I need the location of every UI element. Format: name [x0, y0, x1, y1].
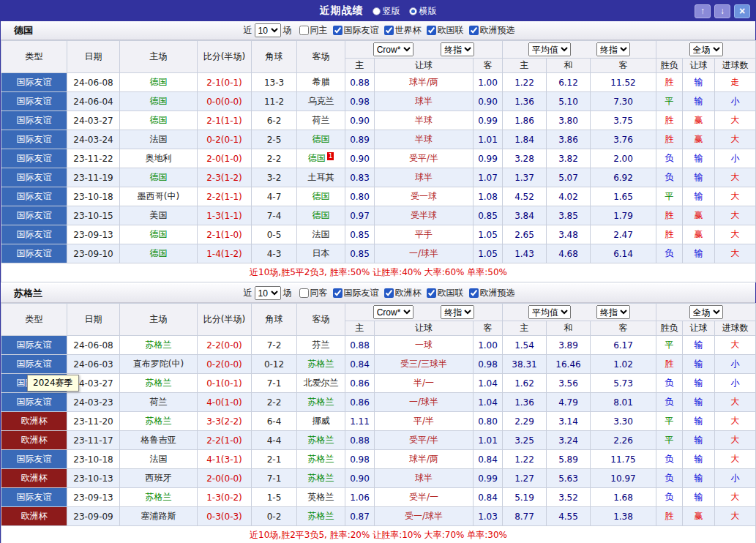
- away-team[interactable]: 德国: [297, 130, 345, 149]
- home-team[interactable]: 格鲁吉亚: [120, 431, 198, 450]
- away-team[interactable]: 德国: [297, 206, 345, 225]
- home-team[interactable]: 苏格兰: [120, 412, 198, 431]
- score[interactable]: 2-0(1-0): [198, 149, 252, 168]
- home-team[interactable]: 德国: [120, 111, 198, 130]
- layout-radio-horizontal[interactable]: 横版: [409, 5, 437, 18]
- match-count-select[interactable]: 10: [255, 286, 281, 300]
- away-team[interactable]: 德国: [297, 187, 345, 206]
- avg-home-odds: 38.31: [503, 355, 547, 374]
- home-team[interactable]: 塞浦路斯: [120, 507, 198, 526]
- score[interactable]: 0-2(0-0): [198, 355, 252, 374]
- away-team[interactable]: 苏格兰: [297, 393, 345, 412]
- same-venue-filter[interactable]: 同主: [299, 24, 328, 37]
- home-team[interactable]: 法国: [120, 450, 198, 469]
- score[interactable]: 2-1(0-1): [198, 73, 252, 92]
- home-team[interactable]: 德国: [120, 92, 198, 111]
- score[interactable]: 2-2(0-0): [198, 336, 252, 355]
- match-count-select[interactable]: 10: [255, 23, 281, 37]
- home-team[interactable]: 西班牙: [120, 469, 198, 488]
- same-venue-filter[interactable]: 同客: [299, 287, 328, 299]
- filter-euroqualifier-checkbox[interactable]: [469, 288, 479, 298]
- away-team[interactable]: 苏格兰: [297, 507, 345, 526]
- scope-select[interactable]: 全场: [689, 42, 723, 56]
- move-down-icon[interactable]: ↓: [714, 4, 730, 18]
- home-team[interactable]: 德国: [120, 244, 198, 263]
- away-team[interactable]: 法国: [297, 225, 345, 244]
- away-team[interactable]: 英格兰: [297, 488, 345, 507]
- score[interactable]: 0-0(0-0): [198, 92, 252, 111]
- filter-nationsleague-checkbox[interactable]: [427, 26, 436, 35]
- odds-final-select[interactable]: 终指: [441, 42, 474, 56]
- home-team[interactable]: 荷兰: [120, 393, 198, 412]
- home-team[interactable]: 苏格兰: [120, 374, 198, 393]
- away-team[interactable]: 苏格兰: [297, 355, 345, 374]
- filter-friendly-checkbox[interactable]: [333, 288, 343, 298]
- score[interactable]: 4-0(1-0): [198, 393, 252, 412]
- same-venue-checkbox[interactable]: [299, 288, 309, 298]
- odds-company-select[interactable]: Crow*: [373, 305, 413, 319]
- odds-final-select[interactable]: 终指: [441, 305, 474, 319]
- radio-icon-vertical[interactable]: [373, 7, 381, 15]
- filter-euroqualifier-checkbox[interactable]: [469, 26, 479, 35]
- away-team[interactable]: 北爱尔兰: [297, 374, 345, 393]
- filter-euroqualifier[interactable]: 欧洲预选: [469, 287, 515, 299]
- average-select[interactable]: 平均值: [528, 305, 571, 319]
- odds-company-select[interactable]: Crow*: [373, 42, 413, 56]
- home-team[interactable]: 德国: [120, 168, 198, 187]
- filter-nationsleague[interactable]: 欧国联: [427, 24, 464, 37]
- away-team[interactable]: 苏格兰: [297, 431, 345, 450]
- home-team[interactable]: 苏格兰: [120, 336, 198, 355]
- filter-eurocup[interactable]: 欧洲杯: [384, 287, 422, 299]
- filter-worldcup-checkbox[interactable]: [384, 26, 394, 35]
- home-team[interactable]: 德国: [120, 225, 198, 244]
- close-icon[interactable]: ×: [734, 4, 750, 18]
- score[interactable]: 2-2(1-1): [198, 187, 252, 206]
- radio-icon-horizontal[interactable]: [409, 7, 417, 15]
- home-team[interactable]: 苏格兰: [120, 488, 198, 507]
- away-team[interactable]: 挪威: [297, 412, 345, 431]
- score[interactable]: 1-3(0-2): [198, 488, 252, 507]
- filter-nationsleague[interactable]: 欧国联: [427, 287, 464, 299]
- home-team[interactable]: 美国: [120, 206, 198, 225]
- score[interactable]: 2-2(1-0): [198, 431, 252, 450]
- score[interactable]: 0-3(0-3): [198, 507, 252, 526]
- same-venue-checkbox[interactable]: [299, 26, 309, 35]
- home-team[interactable]: 德国: [120, 73, 198, 92]
- home-team[interactable]: 法国: [120, 130, 198, 149]
- away-team[interactable]: 荷兰: [297, 111, 345, 130]
- filter-eurocup-checkbox[interactable]: [384, 288, 394, 298]
- score[interactable]: 1-4(1-2): [198, 244, 252, 263]
- score[interactable]: 2-3(1-2): [198, 168, 252, 187]
- away-team[interactable]: 乌克兰: [297, 92, 345, 111]
- average-final-select[interactable]: 终指: [596, 42, 630, 56]
- score[interactable]: 2-1(1-1): [198, 111, 252, 130]
- score[interactable]: 4-1(3-1): [198, 450, 252, 469]
- away-team[interactable]: 日本: [297, 244, 345, 263]
- layout-radio-vertical[interactable]: 竖版: [373, 5, 400, 18]
- away-team[interactable]: 希腊: [297, 73, 345, 92]
- move-up-icon[interactable]: ↑: [695, 4, 711, 18]
- filter-friendly-checkbox[interactable]: [333, 26, 343, 35]
- score[interactable]: 0-2(0-1): [198, 130, 252, 149]
- score[interactable]: 1-3(1-1): [198, 206, 252, 225]
- filter-friendly[interactable]: 国际友谊: [333, 24, 379, 37]
- away-team[interactable]: 苏格兰: [297, 469, 345, 488]
- average-select[interactable]: 平均值: [528, 42, 571, 56]
- away-team[interactable]: 芬兰: [297, 336, 345, 355]
- score[interactable]: 3-3(2-2): [198, 412, 252, 431]
- home-team[interactable]: 奥地利: [120, 149, 198, 168]
- filter-euroqualifier[interactable]: 欧洲预选: [469, 24, 515, 37]
- score[interactable]: 2-1(1-0): [198, 225, 252, 244]
- filter-nationsleague-checkbox[interactable]: [427, 288, 436, 298]
- filter-worldcup[interactable]: 世界杯: [384, 24, 422, 37]
- away-team[interactable]: 土耳其: [297, 168, 345, 187]
- average-final-select[interactable]: 终指: [596, 305, 630, 319]
- scope-select[interactable]: 全场: [689, 305, 723, 319]
- filter-friendly[interactable]: 国际友谊: [333, 287, 379, 299]
- home-team[interactable]: 墨西哥(中): [120, 187, 198, 206]
- away-team[interactable]: 苏格兰: [297, 450, 345, 469]
- home-team[interactable]: 直布罗陀(中): [120, 355, 198, 374]
- away-team[interactable]: 德国1: [297, 149, 345, 168]
- score[interactable]: 2-0(0-0): [198, 469, 252, 488]
- score[interactable]: 0-1(0-1): [198, 374, 252, 393]
